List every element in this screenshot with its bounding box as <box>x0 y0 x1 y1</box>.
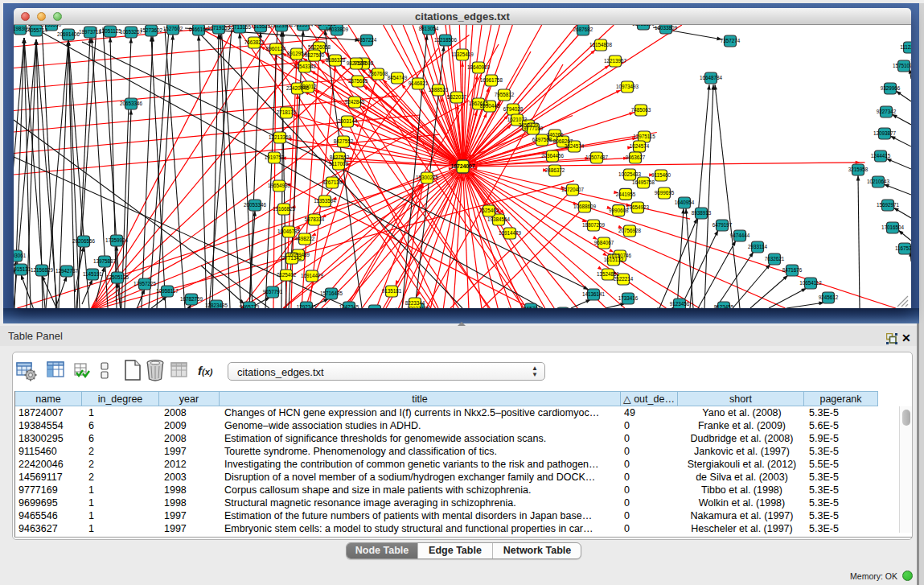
svg-text:9135181: 9135181 <box>382 288 402 294</box>
svg-text:13975887: 13975887 <box>93 258 117 264</box>
svg-text:15751074: 15751074 <box>893 63 911 68</box>
svg-text:9227342: 9227342 <box>877 109 897 114</box>
svg-text:8427552: 8427552 <box>330 154 350 160</box>
svg-text:989012: 989012 <box>299 84 317 89</box>
svg-text:8267130: 8267130 <box>322 179 343 185</box>
svg-text:8454749: 8454749 <box>388 75 408 80</box>
svg-text:9155590: 9155590 <box>42 25 62 27</box>
svg-text:12975115: 12975115 <box>633 134 655 139</box>
svg-text:17359924: 17359924 <box>105 237 129 243</box>
svg-text:10719155: 10719155 <box>207 25 231 31</box>
svg-text:9115460: 9115460 <box>651 172 671 178</box>
svg-text:8223344: 8223344 <box>405 300 425 306</box>
svg-text:12156829: 12156829 <box>31 267 54 273</box>
svg-text:9329966: 9329966 <box>881 85 901 91</box>
svg-text:18973718: 18973718 <box>79 29 102 35</box>
svg-text:1615132: 1615132 <box>604 257 624 262</box>
svg-text:9146821: 9146821 <box>409 80 429 86</box>
svg-text:4498222: 4498222 <box>295 236 315 241</box>
svg-text:8427552: 8427552 <box>334 138 354 144</box>
svg-text:16648784: 16648784 <box>700 75 723 80</box>
svg-text:19654923: 19654923 <box>626 204 650 210</box>
svg-text:2441955: 2441955 <box>616 192 636 197</box>
svg-text:3215958: 3215958 <box>848 167 869 172</box>
svg-text:20691406: 20691406 <box>57 31 80 37</box>
svg-text:7625402: 7625402 <box>277 272 297 278</box>
svg-text:6497568: 6497568 <box>532 137 552 142</box>
svg-text:10654112: 10654112 <box>799 280 822 286</box>
svg-text:8471676: 8471676 <box>782 267 803 273</box>
svg-text:8990448: 8990448 <box>480 103 500 109</box>
svg-text:9699695: 9699695 <box>655 190 675 196</box>
svg-text:9242845: 9242845 <box>345 99 365 105</box>
svg-text:7632621: 7632621 <box>765 256 785 262</box>
svg-text:16033809: 16033809 <box>632 25 655 27</box>
svg-text:3624574: 3624574 <box>565 143 585 149</box>
svg-text:1167534: 1167534 <box>895 245 911 251</box>
svg-text:7663822: 7663822 <box>244 39 265 45</box>
svg-text:16154808: 16154808 <box>589 42 613 47</box>
svg-text:12213369: 12213369 <box>269 134 292 140</box>
svg-text:1244415: 1244415 <box>871 153 891 159</box>
svg-text:10025433: 10025433 <box>618 171 642 177</box>
svg-text:10973493: 10973493 <box>616 84 639 89</box>
svg-text:1640954: 1640954 <box>675 200 695 205</box>
svg-text:9827500: 9827500 <box>305 52 325 58</box>
svg-text:7955812: 7955812 <box>495 92 515 97</box>
svg-text:10543342: 10543342 <box>294 64 317 69</box>
svg-text:1112233: 1112233 <box>900 44 911 50</box>
svg-text:12823485: 12823485 <box>205 303 228 308</box>
svg-text:16495758: 16495758 <box>632 179 655 185</box>
svg-text:18807209: 18807209 <box>582 222 606 228</box>
svg-text:9474444: 9474444 <box>730 233 750 238</box>
svg-text:18724007: 18724007 <box>450 163 474 169</box>
svg-text:15720407: 15720407 <box>561 187 585 192</box>
svg-text:1292345: 1292345 <box>297 304 317 308</box>
svg-text:58226058: 58226058 <box>308 44 331 50</box>
svg-text:11353594: 11353594 <box>314 198 336 204</box>
svg-text:9465779: 9465779 <box>240 304 260 308</box>
svg-text:11325419: 11325419 <box>451 51 474 57</box>
svg-text:12505135: 12505135 <box>106 274 129 280</box>
svg-text:7625402: 7625402 <box>479 208 499 213</box>
svg-text:20206556: 20206556 <box>72 238 96 244</box>
svg-text:1588520: 1588520 <box>429 87 449 93</box>
svg-text:12942737: 12942737 <box>55 268 79 274</box>
svg-text:18123904: 18123904 <box>270 25 294 28</box>
svg-text:12923485: 12923485 <box>407 306 430 308</box>
svg-text:19166825: 19166825 <box>273 206 296 212</box>
svg-text:9684067: 9684067 <box>594 240 614 245</box>
svg-text:9657791: 9657791 <box>263 289 283 295</box>
svg-text:14055714: 14055714 <box>25 27 48 33</box>
svg-text:20364456: 20364456 <box>541 153 565 159</box>
svg-text:1527602: 1527602 <box>163 26 183 31</box>
svg-text:1621072: 1621072 <box>507 117 528 122</box>
svg-text:15716485: 15716485 <box>320 290 343 296</box>
svg-text:7357224: 7357224 <box>357 37 377 43</box>
svg-text:6479197: 6479197 <box>713 222 733 228</box>
svg-text:9815374: 9815374 <box>294 25 314 27</box>
svg-text:20756928: 20756928 <box>618 228 642 233</box>
svg-text:5878334: 5878334 <box>305 216 325 222</box>
svg-text:16033809: 16033809 <box>655 25 678 31</box>
svg-text:9245612: 9245612 <box>819 295 839 300</box>
svg-text:1292345: 1292345 <box>365 307 385 308</box>
svg-text:10688609: 10688609 <box>573 204 597 209</box>
svg-text:9827508: 9827508 <box>347 60 367 66</box>
svg-text:1919753: 1919753 <box>265 154 285 160</box>
svg-text:15273602: 15273602 <box>140 27 163 33</box>
svg-text:5822037: 5822037 <box>447 94 467 100</box>
svg-text:2933114: 2933114 <box>748 244 768 249</box>
svg-text:9123456: 9123456 <box>670 301 690 307</box>
svg-text:8813054: 8813054 <box>419 26 439 31</box>
svg-text:8938913: 8938913 <box>692 210 712 216</box>
svg-text:8186328: 8186328 <box>326 57 346 63</box>
svg-text:10210643: 10210643 <box>867 179 890 184</box>
svg-text:16914479: 16914479 <box>499 230 522 236</box>
svg-text:16914479: 16914479 <box>301 273 324 278</box>
svg-text:1893061: 1893061 <box>14 253 27 258</box>
svg-text:16033809: 16033809 <box>326 27 349 32</box>
svg-text:7485063: 7485063 <box>631 107 651 113</box>
svg-text:9463627: 9463627 <box>626 154 646 160</box>
svg-text:9117008: 9117008 <box>329 161 349 167</box>
